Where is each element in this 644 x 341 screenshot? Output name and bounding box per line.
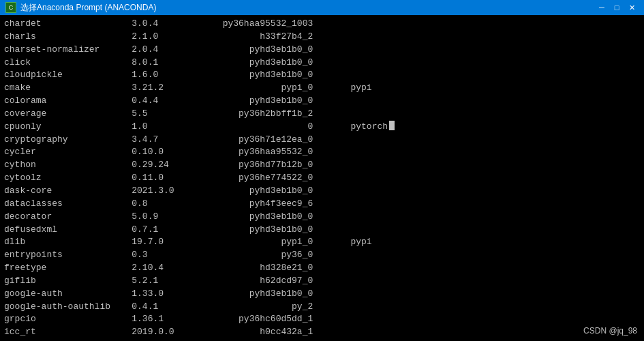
maximize-button[interactable]: □ xyxy=(610,2,624,13)
table-row: click 8.0.1 pyhd3eb1b0_0 xyxy=(4,57,640,70)
close-button[interactable]: ✕ xyxy=(625,2,639,13)
terminal-icon: C xyxy=(5,2,16,13)
watermark: CSDN @jq_98 xyxy=(583,326,637,336)
cursor xyxy=(389,121,395,130)
table-row: dataclasses 0.8 pyh4f3eec9_6 xyxy=(4,198,640,211)
table-row: coverage 5.5 py36h2bbff1b_2 xyxy=(4,108,640,121)
table-row: cycler 0.10.0 py36haa95532_0 xyxy=(4,146,640,159)
table-row: cytoolz 0.11.0 py36he774522_0 xyxy=(4,172,640,185)
table-row: charset-normalizer 2.0.4 pyhd3eb1b0_0 xyxy=(4,44,640,57)
title-bar: C 选择Anaconda Prompt (ANACONDA) ─ □ ✕ xyxy=(0,0,644,15)
minimize-button[interactable]: ─ xyxy=(595,2,609,13)
table-row: cmake 3.21.2 pypi_0 pypi xyxy=(4,82,640,95)
table-row: entrypoints 0.3 py36_0 xyxy=(4,249,640,262)
table-row: dlib 19.7.0 pypi_0 pypi xyxy=(4,236,640,249)
table-row: cython 0.29.24 py36hd77b12b_0 xyxy=(4,159,640,172)
table-row: freetype 2.10.4 hd328e21_0 xyxy=(4,262,640,275)
table-row: cryptography 3.4.7 py36h71e12ea_0 xyxy=(4,134,640,147)
table-row: google-auth 1.33.0 pyhd3eb1b0_0 xyxy=(4,288,640,301)
table-row: icc_rt 2019.0.0 h0cc432a_1 xyxy=(4,326,640,339)
table-row: decorator 5.0.9 pyhd3eb1b0_0 xyxy=(4,211,640,224)
table-row: cpuonly 1.0 0 pytorch xyxy=(4,121,640,134)
table-row: charls 2.1.0 h33f27b4_2 xyxy=(4,31,640,44)
table-row: cloudpickle 1.6.0 pyhd3eb1b0_0 xyxy=(4,69,640,82)
table-row: google-auth-oauthlib 0.4.1 py_2 xyxy=(4,301,640,314)
terminal-content: chardet 3.0.4 py36haa95532_1003charls 2.… xyxy=(0,15,644,341)
table-row: colorama 0.4.4 pyhd3eb1b0_0 xyxy=(4,95,640,108)
table-row: chardet 3.0.4 py36haa95532_1003 xyxy=(4,18,640,31)
table-row: dask-core 2021.3.0 pyhd3eb1b0_0 xyxy=(4,185,640,198)
window-title: 选择Anaconda Prompt (ANACONDA) xyxy=(20,2,156,14)
table-row: defusedxml 0.7.1 pyhd3eb1b0_0 xyxy=(4,224,640,237)
table-row: grpcio 1.36.1 py36hc60d5dd_1 xyxy=(4,313,640,326)
table-row: giflib 5.2.1 h62dcd97_0 xyxy=(4,275,640,288)
